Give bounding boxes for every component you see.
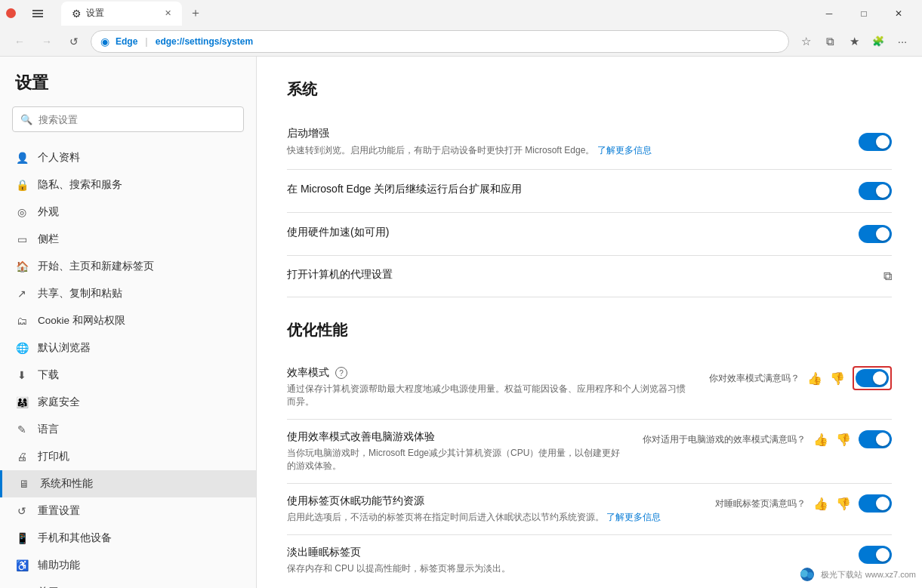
favorites-btn[interactable]: ★ [843,31,865,52]
tab-list-btn[interactable] [20,0,55,26]
fade-sleeping-title: 淡出睡眠标签页 [287,546,843,559]
thumbs-up-icon[interactable]: 👍 [807,371,822,386]
hardware-accel-right [846,225,892,243]
efficiency-mode-toggle[interactable] [856,369,889,387]
extensions-btn[interactable]: 🧩 [868,31,889,52]
back-btn[interactable]: ← [9,31,30,52]
sidebar-item-sidebar[interactable]: ▭ 侧栏 [0,226,256,253]
mobile-icon: 📱 [15,532,29,544]
browser-icon: 🌐 [15,342,29,354]
window-close-btn[interactable]: ✕ [881,0,916,26]
proxy-item: 打开计算机的代理设置 ⧉ [287,256,892,297]
address-brand: Edge [116,36,137,47]
tab-close-btn[interactable]: ✕ [165,8,171,18]
printer-icon: 🖨 [15,451,29,463]
tab-sleep-item: 使用标签页休眠功能节约资源 启用此选项后，不活动的标签页将在指定时间后进入休眠状… [287,484,892,535]
tab-sleep-desc: 启用此选项后，不活动的标签页将在指定时间后进入休眠状态以节约系统资源。 了解更多… [287,511,700,524]
watermark-logo [797,567,818,582]
tab-sleep-feedback-question: 对睡眠标签页满意吗？ [715,497,806,510]
gaming-efficiency-title: 使用效率模式改善电脑游戏体验 [287,430,628,444]
sidebar-item-appearance[interactable]: ◎ 外观 [0,199,256,226]
menu-btn[interactable]: ··· [892,31,913,52]
startup-boost-title: 启动增强 [287,127,846,140]
hardware-accel-toggle[interactable] [859,225,892,243]
background-run-right [846,182,892,200]
gaming-efficiency-info: 使用效率模式改善电脑游戏体验 当你玩电脑游戏时，Microsoft Edge减少… [287,430,628,473]
tab-sleep-thumbs-down-icon[interactable]: 👎 [836,497,851,511]
efficiency-feedback-question: 你对效率模式满意吗？ [709,372,800,385]
gaming-efficiency-toggle[interactable] [859,430,892,448]
gaming-thumbs-up-icon[interactable]: 👍 [813,433,828,447]
split-btn[interactable]: ⧉ [819,31,840,52]
proxy-right: ⧉ [846,269,892,283]
printer-label: 打印机 [38,450,69,463]
svg-point-5 [807,572,813,578]
fade-sleeping-toggle[interactable] [859,546,892,564]
external-link-icon[interactable]: ⧉ [883,269,892,283]
tab-bar: ⚙ 设置 ✕ ＋ [61,0,806,26]
sidebar-item-mobile[interactable]: 📱 手机和其他设备 [0,525,256,552]
startup-boost-item: 启动增强 快速转到浏览。启用此功能后，有助于启动设备时更快打开 Microsof… [287,115,892,170]
sidebar-item-share[interactable]: ↗ 共享、复制和粘贴 [0,280,256,307]
sidebar-item-startup[interactable]: 🏠 开始、主页和新建标签页 [0,253,256,280]
tab-settings-icon: ⚙ [72,8,82,20]
sidebar-item-printer[interactable]: 🖨 打印机 [0,443,256,470]
sidebar-item-browser[interactable]: 🌐 默认浏览器 [0,334,256,362]
refresh-btn[interactable]: ↺ [63,31,85,52]
active-tab[interactable]: ⚙ 设置 ✕ [61,2,182,26]
sidebar-item-profile[interactable]: 👤 个人资料 [0,144,256,171]
reset-icon: ↺ [15,505,29,517]
tab-sleep-thumbs-up-icon[interactable]: 👍 [813,497,828,511]
proxy-info: 打开计算机的代理设置 [287,268,846,285]
maximize-btn[interactable]: □ [846,0,881,26]
efficiency-mode-right: 你对效率模式满意吗？ 👍 👎 [694,366,892,390]
startup-boost-toggle[interactable] [859,133,892,151]
new-tab-btn[interactable]: ＋ [182,1,209,26]
gaming-thumbs-down-icon[interactable]: 👎 [836,433,851,447]
tab-sleep-link[interactable]: 了解更多信息 [606,512,661,522]
sidebar-item-language[interactable]: ✎ 语言 [0,416,256,443]
svg-rect-1 [32,13,43,14]
profile-label: 个人资料 [38,151,80,165]
address-url: edge://settings/system [156,36,253,47]
sidebar-item-privacy[interactable]: 🔒 隐私、搜索和服务 [0,171,256,199]
watermark-url: www.xz7.com [865,570,916,579]
startup-boost-link[interactable]: 了解更多信息 [597,145,652,155]
edge-icon: ◉ [100,35,109,48]
tab-title: 设置 [86,7,104,20]
star-btn[interactable]: ☆ [795,31,816,52]
window-controls: ─ □ ✕ [812,0,916,26]
sidebar-item-about[interactable]: ◉ 关于 Microsoft Edge [0,579,256,588]
sidebar-item-cookies[interactable]: 🗂 Cookie 和网站权限 [0,307,256,334]
tab-sleep-toggle[interactable] [859,494,892,513]
refresh-icon: ↺ [69,35,79,48]
gaming-efficiency-item: 使用效率模式改善电脑游戏体验 当你玩电脑游戏时，Microsoft Edge减少… [287,420,892,484]
appearance-label: 外观 [38,205,59,219]
forward-btn[interactable]: → [36,31,57,52]
fade-sleeping-info: 淡出睡眠标签页 保存内存和 CPU 以提高性能时，标签页将显示为淡出。 [287,546,843,575]
profile-icon: 👤 [15,152,29,164]
appearance-icon: ◎ [15,206,29,218]
search-input[interactable] [39,114,236,125]
thumbs-down-icon[interactable]: 👎 [830,371,845,386]
address-bar[interactable]: ◉ Edge | edge://settings/system [91,30,789,53]
efficiency-help-icon[interactable]: ? [335,367,347,379]
sidebar-item-reset[interactable]: ↺ 重置设置 [0,497,256,525]
content-area: 系统 启动增强 快速转到浏览。启用此功能后，有助于启动设备时更快打开 Micro… [257,57,922,588]
search-box[interactable]: 🔍 [12,106,244,132]
sidebar-item-system[interactable]: 🖥 系统和性能 [0,470,256,497]
sidebar-label: 侧栏 [38,232,59,246]
sidebar-item-family[interactable]: 👨‍👩‍👧 家庭安全 [0,389,256,416]
sidebar-title: 设置 [0,72,256,106]
search-icon: 🔍 [20,114,32,125]
forward-icon: → [42,35,52,48]
back-icon: ← [14,35,25,48]
fade-sleeping-right [843,546,892,564]
sidebar-item-download[interactable]: ⬇ 下载 [0,362,256,389]
hardware-accel-item: 使用硬件加速(如可用) [287,213,892,256]
gaming-efficiency-desc: 当你玩电脑游戏时，Microsoft Edge减少其计算机资源（CPU）使用量，… [287,447,628,473]
efficiency-mode-item: 效率模式 ? 通过保存计算机资源帮助最大程度地减少电源使用量。权益可能因设备、应… [287,356,892,420]
sidebar-item-accessibility[interactable]: ♿ 辅助功能 [0,552,256,579]
background-run-toggle[interactable] [859,182,892,200]
minimize-btn[interactable]: ─ [812,0,846,26]
